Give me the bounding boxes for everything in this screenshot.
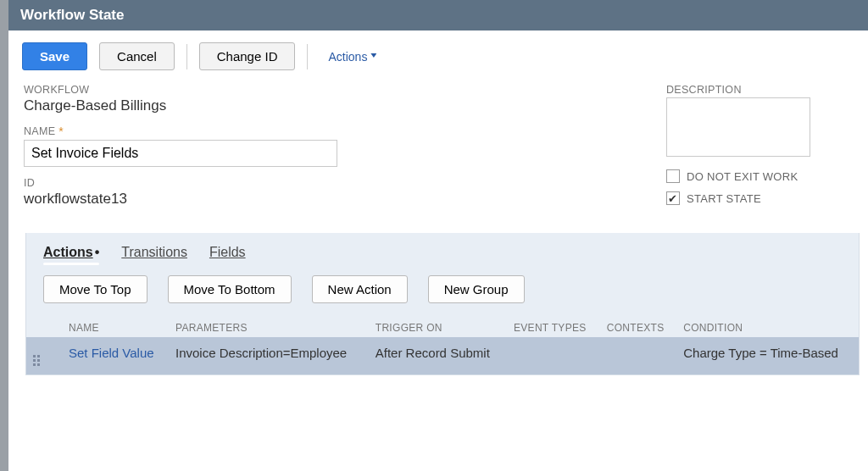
form-col-right: DESCRIPTION DO NOT EXIT WORK ✔ START STA… bbox=[666, 84, 853, 218]
col-condition: CONDITION bbox=[676, 315, 859, 337]
description-label: DESCRIPTION bbox=[666, 84, 853, 96]
tab-fields-label: Fields bbox=[209, 245, 246, 259]
change-id-button[interactable]: Change ID bbox=[199, 42, 296, 70]
form-area: WORKFLOW Charge-Based Billings NAME * ID… bbox=[8, 79, 868, 230]
name-field: NAME * bbox=[24, 125, 615, 167]
actions-table: NAME PARAMETERS TRIGGER ON EVENT TYPES C… bbox=[26, 315, 859, 374]
page-title: Workflow State bbox=[8, 0, 868, 30]
do-not-exit-row: DO NOT EXIT WORK bbox=[666, 169, 853, 183]
action-buttons: Move To Top Move To Bottom New Action Ne… bbox=[26, 269, 859, 315]
row-event-types bbox=[507, 337, 600, 374]
description-field: DESCRIPTION bbox=[666, 84, 853, 159]
name-label: NAME bbox=[24, 125, 55, 137]
form-col-left: WORKFLOW Charge-Based Billings NAME * ID… bbox=[24, 84, 615, 218]
start-state-label: START STATE bbox=[687, 192, 761, 205]
page: Workflow State Save Cancel Change ID Act… bbox=[8, 0, 868, 471]
caret-down-icon bbox=[370, 53, 376, 59]
row-contexts bbox=[600, 337, 676, 374]
id-field: ID workflowstate13 bbox=[24, 177, 615, 208]
workflow-field: WORKFLOW Charge-Based Billings bbox=[24, 84, 615, 114]
move-to-top-button[interactable]: Move To Top bbox=[43, 275, 147, 303]
description-input[interactable] bbox=[666, 97, 810, 157]
subpanel: Actions• Transitions Fields Move To Top … bbox=[25, 233, 860, 375]
id-value: workflowstate13 bbox=[24, 191, 615, 208]
row-condition: Charge Type = Time-Based bbox=[676, 337, 859, 374]
start-state-row: ✔ START STATE bbox=[666, 191, 853, 205]
col-trigger-on: TRIGGER ON bbox=[369, 315, 507, 337]
workflow-value: Charge-Based Billings bbox=[24, 97, 615, 114]
start-state-checkbox[interactable]: ✔ bbox=[666, 191, 680, 205]
left-gutter bbox=[0, 0, 8, 471]
actions-menu[interactable]: Actions bbox=[328, 50, 376, 64]
tab-actions[interactable]: Actions• bbox=[43, 245, 99, 260]
toolbar: Save Cancel Change ID Actions bbox=[8, 30, 868, 79]
divider bbox=[186, 44, 187, 69]
col-contexts: CONTEXTS bbox=[600, 315, 676, 337]
actions-menu-label: Actions bbox=[328, 50, 367, 64]
table-header-row: NAME PARAMETERS TRIGGER ON EVENT TYPES C… bbox=[26, 315, 859, 337]
workflow-label: WORKFLOW bbox=[24, 84, 615, 96]
row-name-link[interactable]: Set Field Value bbox=[69, 346, 154, 360]
table-row[interactable]: Set Field Value Invoice Description=Empl… bbox=[26, 337, 859, 374]
required-asterisk-icon: * bbox=[58, 125, 64, 138]
do-not-exit-checkbox[interactable] bbox=[666, 169, 680, 183]
divider bbox=[307, 44, 308, 69]
tab-actions-label: Actions bbox=[43, 245, 93, 259]
row-parameters: Invoice Description=Employee bbox=[169, 337, 369, 374]
do-not-exit-label: DO NOT EXIT WORK bbox=[687, 170, 798, 183]
cancel-button[interactable]: Cancel bbox=[99, 42, 175, 70]
new-action-button[interactable]: New Action bbox=[312, 275, 408, 303]
move-to-bottom-button[interactable]: Move To Bottom bbox=[168, 275, 292, 303]
tab-transitions-label: Transitions bbox=[121, 245, 187, 259]
col-event-types: EVENT TYPES bbox=[507, 315, 600, 337]
dirty-dot-icon: • bbox=[95, 245, 100, 259]
drag-handle-icon[interactable] bbox=[33, 355, 40, 366]
tab-fields[interactable]: Fields bbox=[209, 245, 246, 260]
id-label: ID bbox=[24, 177, 615, 189]
row-trigger-on: After Record Submit bbox=[369, 337, 507, 374]
col-parameters: PARAMETERS bbox=[169, 315, 369, 337]
col-name: NAME bbox=[62, 315, 169, 337]
save-button[interactable]: Save bbox=[22, 42, 87, 70]
tab-transitions[interactable]: Transitions bbox=[121, 245, 187, 260]
tabs: Actions• Transitions Fields bbox=[26, 233, 859, 269]
new-group-button[interactable]: New Group bbox=[428, 275, 525, 303]
name-input[interactable] bbox=[24, 140, 337, 167]
